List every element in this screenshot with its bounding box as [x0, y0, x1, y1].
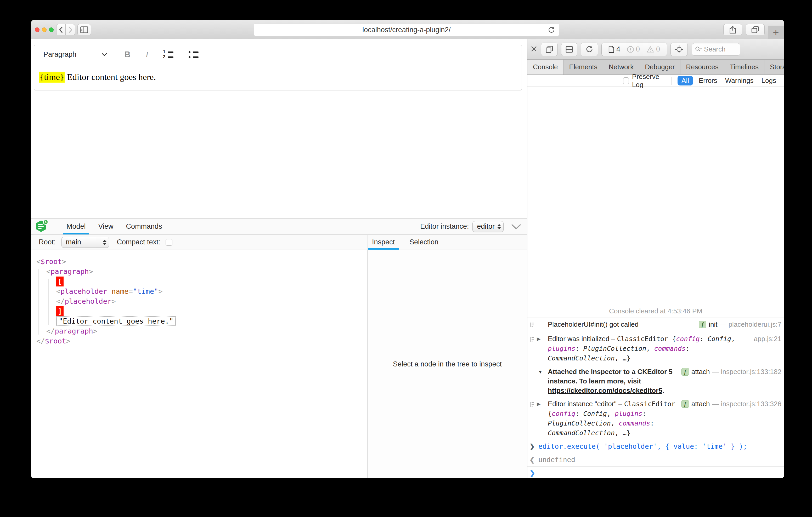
tree-node[interactable]: <placeholder name="time"> [36, 286, 367, 296]
show-all-tabs-button[interactable] [746, 24, 765, 35]
console-message-text: PlaceholderUI#init() got called [548, 320, 696, 329]
close-devtools-button[interactable] [530, 45, 537, 53]
inspect-empty-message: Select a node in the tree to inspect [393, 360, 502, 368]
ckeditor-content[interactable]: {time} Editor content goes here. [34, 64, 522, 90]
inspect-pane: Select a node in the tree to inspect [368, 250, 527, 478]
console-scope-all[interactable]: All [677, 76, 693, 86]
console-message-source: fattach— inspector.js:133:326 [678, 399, 781, 408]
inspector-tab-model[interactable]: Model [63, 218, 89, 235]
resource-summary-button[interactable]: 4 0 [602, 42, 667, 56]
collapse-inspector-button[interactable] [511, 224, 521, 230]
dock-bottom-button[interactable] [561, 42, 577, 56]
console-scope-logs[interactable]: Logs [761, 77, 776, 85]
function-name: attach [691, 399, 710, 408]
console-link[interactable]: https://ckeditor.com/docs/ckeditor5 [548, 387, 662, 394]
disclosure-collapsed-icon[interactable]: ▶ [537, 335, 541, 343]
disclosure-expanded-icon[interactable]: ▼ [538, 368, 543, 376]
disclosure-collapsed-icon[interactable]: ▶ [537, 400, 541, 408]
detach-devtools-button[interactable] [541, 42, 558, 56]
sidebar-toggle-button[interactable] [78, 24, 91, 35]
compact-text-checkbox[interactable] [166, 239, 172, 246]
back-button[interactable] [56, 24, 66, 35]
devtools-tab-elements[interactable]: Elements [563, 60, 603, 74]
italic-button[interactable]: I [145, 50, 148, 59]
warning-triangle-icon [647, 46, 654, 53]
devtools-tab-resources[interactable]: Resources [680, 60, 724, 74]
console-message-source: fattach— inspector.js:133:182 [678, 367, 781, 376]
console-scope-errors[interactable]: Errors [699, 77, 717, 85]
inspector-tab-view[interactable]: View [95, 218, 117, 235]
console-command-row[interactable]: ❯editor.execute( 'placeholder', { value:… [527, 439, 784, 453]
source-location-link[interactable]: — placeholderui.js:7 [720, 320, 781, 329]
forward-chevron-icon [68, 26, 72, 33]
forward-button[interactable] [66, 24, 75, 35]
reload-icon [585, 45, 593, 54]
editor-instance-select[interactable]: editor [472, 221, 503, 232]
element-picker-button[interactable] [670, 42, 688, 56]
inspect-tab-selection[interactable]: Selection [405, 235, 443, 250]
text-node[interactable]: "Editor content goes here." [56, 316, 176, 326]
share-button[interactable] [723, 24, 742, 35]
devtools-tab-debugger[interactable]: Debugger [639, 60, 680, 74]
address-bar[interactable]: localhost/creating-a-plugin2/ [254, 23, 559, 36]
function-badge-icon: f [699, 321, 706, 328]
console-message[interactable]: ▶Editor was initialized – ClassicEditor … [527, 332, 784, 365]
tree-node[interactable]: <paragraph> [36, 267, 367, 277]
placeholder-widget[interactable]: {time} [39, 71, 65, 83]
editor-instance-control: Editor instance: editor [420, 221, 521, 232]
chevron-down-icon [102, 53, 107, 56]
source-location-link[interactable]: — inspector.js:133:326 [712, 399, 782, 408]
bold-button[interactable]: B [124, 50, 130, 59]
inspector-body: <$root><paragraph>[<placeholder name="ti… [31, 250, 527, 478]
indent-guide [38, 269, 39, 335]
devtools-tab-timelines[interactable]: Timelines [724, 60, 764, 74]
model-tree[interactable]: <$root><paragraph>[<placeholder name="ti… [31, 250, 368, 478]
console-result-row[interactable]: ❮undefined [527, 453, 784, 466]
source-location-link[interactable]: — inspector.js:133:182 [712, 367, 782, 376]
reload-button[interactable] [548, 26, 555, 36]
indent-guide [49, 279, 49, 325]
zoom-window-button[interactable] [49, 27, 54, 32]
preserve-log-checkbox[interactable] [623, 78, 629, 84]
tree-node[interactable]: </paragraph> [36, 326, 367, 336]
devtools-tab-console[interactable]: Console [527, 60, 563, 74]
selection-marker[interactable]: ] [56, 306, 64, 316]
bulleted-list-button[interactable] [188, 51, 199, 59]
minimize-window-button[interactable] [42, 27, 47, 32]
tree-node[interactable]: </$root> [36, 336, 367, 346]
tree-node[interactable]: </placeholder> [36, 296, 367, 306]
tree-node[interactable]: [ [36, 277, 367, 286]
reload-page-button[interactable] [581, 42, 598, 56]
console-message[interactable]: ▼Attached the inspector to a CKEditor 5 … [527, 365, 784, 397]
console-message[interactable]: PlaceholderUI#init() got calledfinit— pl… [527, 317, 784, 332]
tree-node[interactable]: ] [36, 306, 367, 316]
root-label: Root: [39, 238, 56, 246]
heading-dropdown[interactable]: Paragraph [44, 51, 107, 59]
devtools-tab-storage[interactable]: Storage [764, 60, 784, 74]
root-select[interactable]: main [61, 237, 109, 248]
devtools-search-field[interactable]: Search [692, 43, 740, 56]
dock-bottom-icon [566, 46, 573, 53]
new-tab-button[interactable]: + [768, 26, 784, 39]
tree-node[interactable]: "Editor content goes here." [36, 316, 367, 326]
tree-node[interactable]: <$root> [36, 257, 367, 267]
numbered-list-button[interactable]: 1 2 [163, 51, 173, 59]
console-scope-warnings[interactable]: Warnings [725, 77, 754, 85]
compact-text-label: Compact text: [117, 238, 161, 246]
function-name: attach [691, 367, 710, 376]
devtools-tab-network[interactable]: Network [603, 60, 639, 74]
close-window-button[interactable] [35, 27, 39, 32]
screen: localhost/creating-a-plugin2/ [0, 0, 812, 517]
inspect-tab-inspect[interactable]: Inspect [368, 235, 399, 250]
source-location-link[interactable]: app.js:21 [754, 334, 781, 343]
log-message-icon [529, 335, 535, 344]
command-input-icon: ❯ [529, 442, 539, 451]
console-prompt-row[interactable]: ❯ [527, 466, 784, 478]
selection-marker[interactable]: [ [56, 277, 64, 286]
console-message[interactable]: ▶Editor instance "editor" – ClassicEdito… [527, 397, 784, 439]
web-page: Paragraph B I 1 2 [31, 39, 527, 478]
bulleted-list-icon [188, 51, 191, 53]
safari-window: localhost/creating-a-plugin2/ [31, 20, 784, 478]
inspector-tab-commands[interactable]: Commands [123, 218, 166, 235]
tab-overview-icon [751, 26, 759, 33]
